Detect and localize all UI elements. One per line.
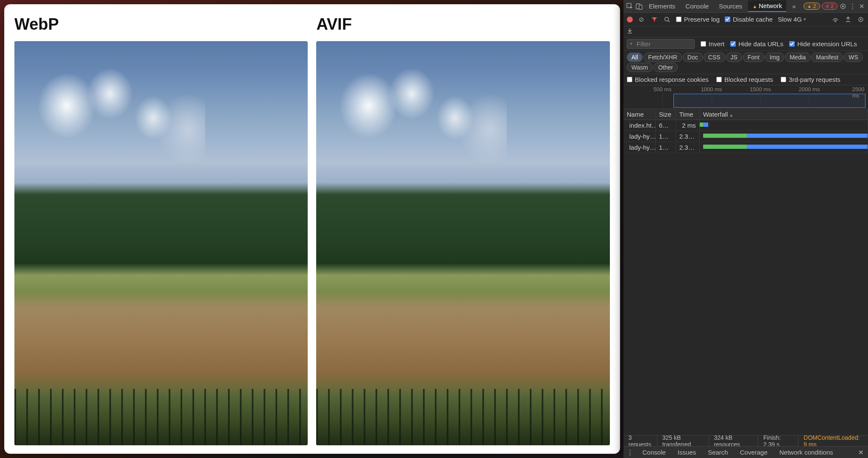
request-time: 2.38 s: [676, 131, 700, 142]
thirdparty-checkbox[interactable]: 3rd-party requests: [781, 76, 840, 83]
webp-column: WebP: [14, 13, 308, 445]
tab-console[interactable]: Console: [681, 1, 713, 11]
type-filter-media[interactable]: Media: [785, 53, 810, 62]
timeline-tick: 500 ms: [654, 86, 672, 92]
blocked-bar: Blocked response cookies Blocked request…: [623, 74, 868, 85]
device-toggle-icon[interactable]: [635, 3, 643, 10]
type-filter-other[interactable]: Other: [654, 63, 678, 72]
preserve-log-checkbox[interactable]: Preserve log: [676, 16, 720, 23]
throttling-select[interactable]: Slow 4G: [778, 16, 806, 23]
tab-sources[interactable]: Sources: [715, 1, 746, 11]
hide-data-label: Hide data URLs: [738, 40, 783, 47]
type-filter-ws[interactable]: WS: [844, 53, 863, 62]
drawer-tabs: ⋮ Console Issues Search Coverage Network…: [623, 446, 868, 458]
type-filter-doc[interactable]: Doc: [683, 53, 703, 62]
filter-toggle-icon[interactable]: [651, 16, 658, 23]
svg-point-7: [835, 21, 836, 22]
toolbar-settings-icon[interactable]: [857, 16, 865, 23]
svg-point-4: [842, 6, 844, 7]
filter-placeholder: Filter: [637, 40, 651, 47]
type-filter-fetchxhr[interactable]: Fetch/XHR: [643, 53, 682, 62]
blocked-requests-label: Blocked requests: [724, 76, 773, 83]
table-header: Name Size Time Waterfall: [623, 109, 868, 120]
import-har-icon[interactable]: [844, 16, 852, 23]
col-name[interactable]: Name: [623, 109, 656, 120]
thirdparty-label: 3rd-party requests: [789, 76, 840, 83]
type-filter-js[interactable]: JS: [726, 53, 742, 62]
type-filter-bar: AllFetch/XHRDocCSSJSFontImgMediaManifest…: [623, 51, 868, 74]
request-size: 163 kB: [656, 131, 676, 142]
avif-heading: AVIF: [316, 15, 609, 34]
type-filter-font[interactable]: Font: [743, 53, 764, 62]
tab-more[interactable]: »: [788, 1, 800, 11]
drawer-tab-coverage[interactable]: Coverage: [734, 449, 773, 456]
close-devtools-icon[interactable]: ✕: [858, 3, 865, 10]
network-table: Name Size Time Waterfall index.ht…647 B2…: [623, 109, 868, 435]
timeline-tick: 2000 ms: [799, 86, 820, 92]
type-filter-wasm[interactable]: Wasm: [627, 63, 653, 72]
hide-data-urls-checkbox[interactable]: Hide data URLs: [730, 40, 783, 47]
type-filter-manifest[interactable]: Manifest: [811, 53, 843, 62]
table-row[interactable]: lady-hy…161 kB2.36 s: [623, 142, 868, 153]
blocked-cookies-label: Blocked response cookies: [635, 76, 709, 83]
type-filter-img[interactable]: Img: [765, 53, 784, 62]
hide-extension-urls-checkbox[interactable]: Hide extension URLs: [789, 40, 857, 47]
record-button[interactable]: [627, 17, 633, 22]
request-name: lady-hy…: [629, 144, 656, 151]
hide-ext-label: Hide extension URLs: [797, 40, 857, 47]
status-transferred: 325 kB transferred: [657, 436, 709, 446]
svg-point-9: [860, 19, 862, 20]
waterfall-cell: [700, 120, 868, 131]
page-content: WebP AVIF: [4, 4, 620, 454]
settings-icon[interactable]: [839, 3, 847, 10]
status-bar: 3 requests 325 kB transferred 324 kB res…: [623, 435, 868, 446]
filter-bar: Filter Invert Hide data URLs Hide extens…: [623, 37, 868, 51]
warnings-badge[interactable]: 2: [804, 3, 820, 10]
network-toolbar: ⊘ Preserve log Disable cache Slow 4G: [623, 13, 868, 26]
webp-image: [14, 41, 308, 445]
drawer-close-icon[interactable]: ✕: [854, 449, 868, 456]
request-name: index.ht…: [629, 122, 656, 129]
clear-icon[interactable]: ⊘: [638, 16, 645, 23]
drawer-menu-icon[interactable]: ⋮: [623, 449, 637, 456]
blocked-cookies-checkbox[interactable]: Blocked response cookies: [627, 76, 709, 83]
timeline-tick: 2500 ms: [852, 86, 864, 99]
status-resources: 324 kB resources: [709, 436, 759, 446]
inspect-icon[interactable]: [626, 3, 634, 10]
col-time[interactable]: Time: [676, 109, 700, 120]
status-domcontentloaded: DOMContentLoaded: 9 ms: [798, 436, 868, 446]
devtools-tabbar: Elements Console Sources Network » 2 2 ⋮…: [623, 0, 868, 13]
type-filter-all[interactable]: All: [627, 53, 643, 62]
table-row[interactable]: index.ht…647 B2 ms: [623, 120, 868, 131]
errors-badge[interactable]: 2: [822, 3, 837, 10]
blocked-requests-checkbox[interactable]: Blocked requests: [716, 76, 773, 83]
tab-network[interactable]: Network: [748, 0, 786, 12]
status-requests: 3 requests: [623, 436, 657, 446]
invert-checkbox[interactable]: Invert: [701, 40, 725, 47]
drawer-tab-network-conditions[interactable]: Network conditions: [773, 449, 839, 456]
disable-cache-label: Disable cache: [733, 16, 773, 23]
timeline-tick: 1500 ms: [750, 86, 771, 92]
search-icon[interactable]: [663, 16, 671, 23]
disable-cache-checkbox[interactable]: Disable cache: [725, 16, 773, 23]
export-har-icon[interactable]: [627, 28, 633, 35]
drawer-tab-console[interactable]: Console: [637, 449, 672, 456]
kebab-icon[interactable]: ⋮: [849, 3, 856, 10]
timeline-overview[interactable]: 500 ms1000 ms1500 ms2000 ms2500 ms: [623, 85, 868, 109]
timeline-selection[interactable]: [673, 94, 865, 108]
svg-rect-2: [639, 5, 642, 9]
network-conditions-icon[interactable]: [832, 16, 839, 23]
type-filter-css[interactable]: CSS: [704, 53, 725, 62]
filter-input[interactable]: Filter: [627, 39, 695, 49]
col-size[interactable]: Size: [656, 109, 676, 120]
request-time: 2 ms: [676, 120, 700, 131]
table-row[interactable]: lady-hy…163 kB2.38 s: [623, 131, 868, 142]
tab-elements[interactable]: Elements: [645, 1, 680, 11]
request-size: 647 B: [656, 120, 676, 131]
request-name: lady-hy…: [629, 133, 656, 140]
timeline-tick: 1000 ms: [701, 86, 722, 92]
network-subbar: [623, 26, 868, 37]
col-waterfall[interactable]: Waterfall: [700, 109, 868, 120]
drawer-tab-issues[interactable]: Issues: [672, 449, 702, 456]
drawer-tab-search[interactable]: Search: [702, 449, 734, 456]
